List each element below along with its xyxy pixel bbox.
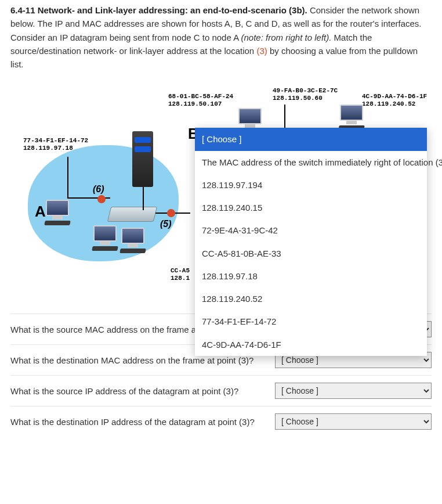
host-c-mac: 49-FA-B0-3C-E2-7C bbox=[273, 87, 338, 94]
dropdown-option[interactable]: 128.119.97.18 bbox=[195, 265, 427, 287]
host-b-label: 68-01-BC-58-AF-24 128.119.50.107 bbox=[168, 93, 233, 107]
dropdown-option[interactable]: 128.119.97.194 bbox=[195, 174, 427, 196]
host-a-ip: 128.119.97.18 bbox=[23, 145, 73, 152]
pc-host-a bbox=[44, 200, 71, 225]
question-3-select[interactable]: [ Choose ] bbox=[275, 383, 432, 399]
intro-title: 6.4-11 Network- and Link-layer addressin… bbox=[10, 5, 307, 15]
partial-ip: 128.1 bbox=[171, 275, 190, 282]
pc-host-d bbox=[338, 105, 365, 130]
wire bbox=[143, 187, 144, 210]
host-a-mac: 77-34-F1-EF-14-72 bbox=[23, 137, 88, 144]
intro-note: (note: from right to left). bbox=[241, 33, 331, 42]
question-intro: 6.4-11 Network- and Link-layer addressin… bbox=[10, 3, 432, 71]
host-a-label: 77-34-F1-EF-14-72 128.119.97.18 bbox=[23, 137, 88, 152]
letter-a: A bbox=[35, 200, 46, 223]
answer-dropdown-open[interactable]: [ Choose ] The MAC address of the switch… bbox=[195, 128, 427, 356]
dropdown-choose-header[interactable]: [ Choose ] bbox=[195, 128, 427, 150]
dropdown-option[interactable]: 128.119.240.52 bbox=[195, 287, 427, 310]
network-diagram: 77-34-F1-EF-14-72 128.119.97.18 68-01-BC… bbox=[10, 81, 432, 302]
host-c-label: 49-FA-B0-3C-E2-7C 128.119.50.60 bbox=[273, 87, 338, 102]
pc-generic bbox=[119, 228, 146, 253]
router-icon bbox=[132, 131, 153, 187]
intro-point3: (3) bbox=[256, 46, 267, 56]
dropdown-option[interactable]: 4C-9D-AA-74-D6-1F bbox=[195, 333, 427, 356]
host-b-ip: 128.119.50.107 bbox=[168, 100, 222, 107]
question-row-4: What is the destination IP address of th… bbox=[10, 406, 432, 437]
dropdown-option[interactable]: CC-A5-81-0B-AE-33 bbox=[195, 242, 427, 265]
host-d-mac: 4C-9D-AA-74-D6-1F bbox=[362, 93, 427, 100]
switch-icon bbox=[107, 207, 157, 222]
host-d-label: 4C-9D-AA-74-D6-1F 128.119.240.52 bbox=[362, 93, 427, 107]
dropdown-option[interactable]: 77-34-F1-EF-14-72 bbox=[195, 310, 427, 333]
dropdown-option[interactable]: The MAC address of the switch immediatel… bbox=[195, 151, 427, 174]
host-b-mac: 68-01-BC-58-AF-24 bbox=[168, 93, 233, 100]
partial-mac: CC-A5 bbox=[171, 267, 190, 274]
host-c-ip: 128.119.50.60 bbox=[273, 95, 323, 102]
wire bbox=[284, 105, 285, 128]
host-d-ip: 128.119.240.52 bbox=[362, 100, 415, 107]
pc-generic bbox=[92, 225, 118, 251]
wire bbox=[67, 157, 68, 197]
question-row-3: What is the source IP address of the dat… bbox=[10, 375, 432, 406]
question-4-text: What is the destination IP address of th… bbox=[10, 415, 266, 429]
dropdown-option[interactable]: 72-9E-4A-31-9C-42 bbox=[195, 219, 427, 242]
point-5-label: (5) bbox=[160, 217, 172, 232]
question-3-text: What is the source IP address of the dat… bbox=[10, 384, 266, 398]
question-4-select[interactable]: [ Choose ] bbox=[275, 413, 432, 430]
router-iface-label-partial: CC-A5 128.1 bbox=[171, 267, 190, 282]
point-6-label: (6) bbox=[93, 182, 104, 197]
dropdown-option[interactable]: 128.119.240.15 bbox=[195, 196, 427, 219]
